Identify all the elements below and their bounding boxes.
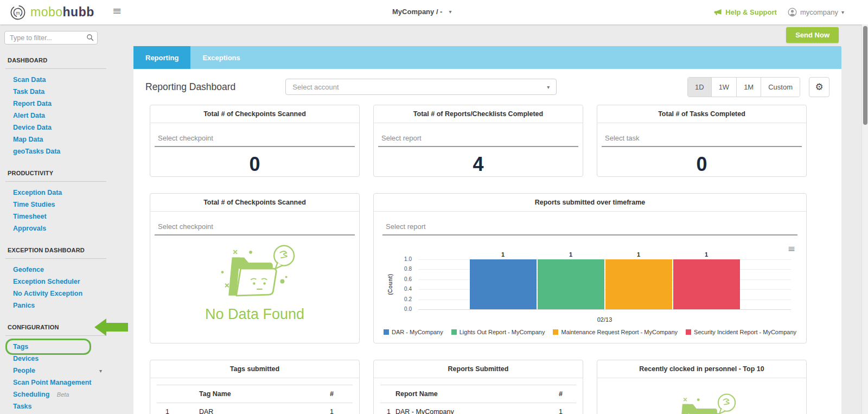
page-title: Reporting Dashboard xyxy=(145,81,235,93)
checkpoint-select-field[interactable]: Select checkpoint xyxy=(155,134,355,147)
tags-submitted-card: Tags submitted Tag Name # 1 DAR 1 xyxy=(150,360,360,414)
bar-security-incident[interactable]: 1 xyxy=(673,259,740,309)
bar-value-label: 1 xyxy=(538,251,604,258)
bar-value-label: 1 xyxy=(470,251,537,258)
name-header: Tag Name xyxy=(189,390,320,398)
y-tick: 0.0 xyxy=(404,307,412,312)
chart-legend: DAR - MyCompany Lights Out Report - MyCo… xyxy=(384,329,796,335)
bar-lights-out[interactable]: 1 xyxy=(538,259,604,309)
legend-swatch xyxy=(553,329,558,335)
table-row[interactable]: 1 DAR 1 xyxy=(157,403,353,414)
bottom-row: Tags submitted Tag Name # 1 DAR 1 xyxy=(150,360,825,414)
header-right: Help & Support mycompany ▾ xyxy=(714,8,868,17)
tab-bar: Reporting Exceptions xyxy=(133,46,841,69)
sidebar-section-dashboard: DASHBOARD Scan Data Task Data Report Dat… xyxy=(0,57,126,157)
account-select[interactable]: Select account ▾ xyxy=(285,79,557,95)
send-now-button[interactable]: Send Now xyxy=(786,27,839,43)
mobohubb-logo: m mobohubb xyxy=(0,4,94,21)
legend-swatch xyxy=(686,329,691,335)
vertical-scrollbar[interactable] xyxy=(861,24,868,414)
tags-pointer-arrow xyxy=(94,319,128,336)
sidebar-item-tags[interactable]: Tags xyxy=(0,341,126,353)
sidebar-item-timesheet[interactable]: Timesheet xyxy=(0,211,126,222)
svg-text:m: m xyxy=(16,10,20,15)
sidebar-item-device-data[interactable]: Device Data xyxy=(0,122,126,133)
chevron-down-icon: ▾ xyxy=(449,9,451,15)
sidebar-item-geofence[interactable]: Geofence xyxy=(0,264,126,276)
bar-dar[interactable]: 1 xyxy=(470,259,537,309)
menu-toggle-icon[interactable]: ≡ xyxy=(112,4,122,17)
app-root: m mobohubb ≡ MyCompany / - ▾ Help & Supp… xyxy=(0,0,868,414)
bar-value-label: 1 xyxy=(673,251,740,258)
legend-item: Maintenance Request Report - MyCompany xyxy=(553,329,678,335)
checkpoint-select-field[interactable]: Select checkpoint xyxy=(155,222,355,235)
card-title: Reports Submitted xyxy=(374,360,583,378)
card-title: Total # of Reports/Checklists Completed xyxy=(374,105,583,123)
sidebar-item-scan-point-management[interactable]: Scan Point Management xyxy=(0,377,126,388)
bar-maintenance-request[interactable]: 1 xyxy=(605,259,672,309)
section-title: EXCEPTION DASHBOARD xyxy=(0,247,126,253)
y-tick: 1.0 xyxy=(404,257,412,262)
user-avatar-icon xyxy=(788,8,797,17)
table-header-row: Tag Name # xyxy=(157,385,353,403)
reports-submitted-card: Reports Submitted Report Name # 1 DAR - … xyxy=(373,360,583,414)
legend-item: Lights Out Report - MyCompany xyxy=(451,329,545,335)
sidebar-item-report-data[interactable]: Report Data xyxy=(0,98,126,110)
sidebar-item-label: Scheduling xyxy=(13,391,49,398)
middle-row: Total # of Checkpoints Scanned Select ch… xyxy=(150,193,825,343)
sidebar-item-people[interactable]: People ▾ xyxy=(0,365,126,377)
settings-button[interactable]: ⚙ xyxy=(809,77,829,97)
sidebar: DASHBOARD Scan Data Task Data Report Dat… xyxy=(0,24,126,414)
sidebar-item-scheduling[interactable]: Scheduling Beta xyxy=(0,388,126,400)
help-support-link[interactable]: Help & Support xyxy=(714,8,777,16)
tag-count: 1 xyxy=(320,408,353,414)
no-data-message: No Data Found xyxy=(150,306,359,323)
range-1w-button[interactable]: 1W xyxy=(712,78,737,97)
scrollbar-thumb[interactable] xyxy=(863,26,867,125)
tab-exceptions[interactable]: Exceptions xyxy=(190,46,252,69)
sidebar-item-exception-data[interactable]: Exception Data xyxy=(0,187,126,199)
sidebar-item-alert-data[interactable]: Alert Data xyxy=(0,110,126,122)
no-data-body: No Data Found xyxy=(150,235,359,323)
arrow-shaft xyxy=(106,323,128,332)
sidebar-item-scan-data[interactable]: Scan Data xyxy=(0,74,126,86)
range-1d-button[interactable]: 1D xyxy=(688,78,712,97)
sidebar-item-exception-scheduler[interactable]: Exception Scheduler xyxy=(0,276,126,288)
company-selector-label: MyCompany / - xyxy=(392,8,442,16)
count-header: # xyxy=(549,390,576,398)
card-title: Tags submitted xyxy=(150,360,359,378)
report-select-field[interactable]: Select report xyxy=(378,134,578,147)
help-support-label: Help & Support xyxy=(725,8,777,16)
sidebar-item-tasks[interactable]: Tasks xyxy=(0,400,126,412)
user-menu[interactable]: mycompany ▾ xyxy=(788,8,844,17)
dashboard-content: Total # of Checkpoints Scanned Select ch… xyxy=(133,105,841,414)
chart-context-menu-icon[interactable]: ≡ xyxy=(788,244,795,253)
legend-item: DAR - MyCompany xyxy=(384,329,443,335)
sidebar-item-approvals[interactable]: Approvals xyxy=(0,222,126,234)
tab-reporting[interactable]: Reporting xyxy=(133,46,190,69)
main-area: Send Now Reporting Exceptions Reporting … xyxy=(126,24,861,414)
row-index: 1 xyxy=(157,408,189,414)
sidebar-item-time-studies[interactable]: Time Studies xyxy=(0,199,126,211)
report-select-field[interactable]: Select report xyxy=(382,222,797,235)
range-custom-button[interactable]: Custom xyxy=(761,78,800,97)
y-tick: 0.6 xyxy=(404,277,412,282)
task-select-field[interactable]: Select task xyxy=(602,134,802,147)
sidebar-item-devices[interactable]: Devices xyxy=(0,353,126,365)
sidebar-item-task-data[interactable]: Task Data xyxy=(0,86,126,98)
report-count: 1 xyxy=(549,408,576,414)
section-title: DASHBOARD xyxy=(0,57,126,63)
range-1m-button[interactable]: 1M xyxy=(737,78,761,97)
filter-input[interactable] xyxy=(4,31,98,44)
reports-table: Report Name # 1 DAR - MyCompany 1 xyxy=(374,378,583,414)
card-title: Total # of Tasks Completed xyxy=(597,105,806,123)
sidebar-item-no-activity-exception[interactable]: No Activity Exception xyxy=(0,288,126,300)
reports-bar-chart: ≡ (Count) 1.0 0.8 0.6 0.4 0.2 0.0 xyxy=(384,235,796,342)
company-selector[interactable]: MyCompany / - ▾ xyxy=(392,8,452,16)
sidebar-item-panics[interactable]: Panics xyxy=(0,300,126,311)
sidebar-filter xyxy=(4,31,98,44)
sidebar-item-map-data[interactable]: Map Data xyxy=(0,133,126,145)
checkpoints-scanned-card: Total # of Checkpoints Scanned Select ch… xyxy=(150,105,360,177)
sidebar-item-geotasks-data[interactable]: geoTasks Data xyxy=(0,145,126,157)
table-row[interactable]: 1 DAR - MyCompany 1 xyxy=(380,403,576,414)
